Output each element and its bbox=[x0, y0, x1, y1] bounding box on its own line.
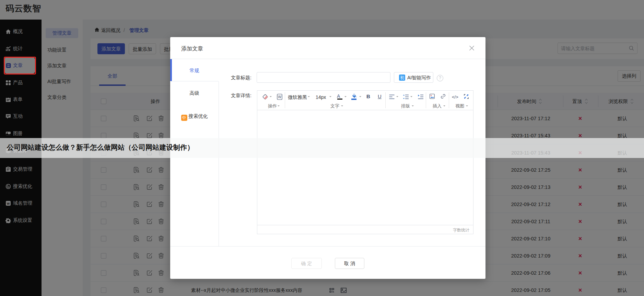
svg-text:W: W bbox=[278, 95, 281, 99]
